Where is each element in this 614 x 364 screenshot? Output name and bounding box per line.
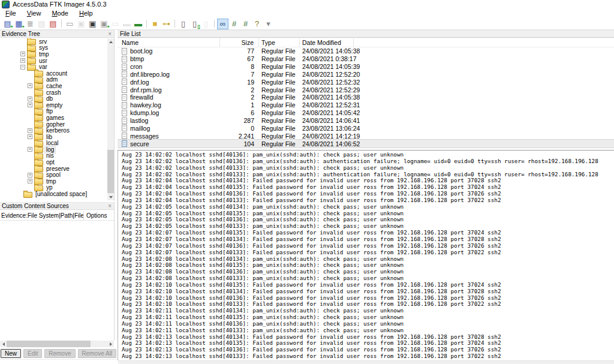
tree-item[interactable]: local: [0, 140, 108, 147]
kdump.log[interactable]: kdump.log 6 Regular File 24/08/2021 14:0…: [118, 109, 614, 117]
tree-expander-icon[interactable]: [28, 128, 32, 133]
column-header-date-modified[interactable]: Date Modified: [300, 38, 354, 47]
menu-item[interactable]: File: [0, 9, 22, 18]
tree-item[interactable]: lib: [0, 134, 108, 140]
tree-item[interactable]: sys: [0, 45, 108, 52]
menu-item[interactable]: Mode: [46, 9, 74, 18]
scrollbar-thumb[interactable]: [107, 150, 114, 193]
export-disk-image-icon[interactable]: ▣: [88, 19, 98, 29]
tree-item[interactable]: account: [0, 70, 108, 77]
tree-expander-icon[interactable]: [28, 103, 32, 107]
custom-content-button[interactable]: New: [1, 349, 21, 358]
tree-item[interactable]: nis: [0, 153, 108, 160]
tree-expander-icon[interactable]: [20, 65, 25, 70]
copy-document-icon[interactable]: ▯▯: [189, 19, 200, 29]
tree-expander-icon[interactable]: [28, 147, 32, 152]
file-content-viewer[interactable]: Aug 23 14:02:02 localhost sshd[40136]: p…: [118, 150, 614, 360]
tree-item[interactable]: usr: [0, 58, 108, 64]
toolbar-icon[interactable]: [61, 20, 62, 28]
boot.log[interactable]: boot.log 77 Regular File 24/08/2021 14:0…: [118, 47, 614, 55]
viewer-horizontal-scrollbar[interactable]: [118, 360, 614, 364]
toolbar-icon[interactable]: [146, 20, 147, 28]
scroll-left-icon[interactable]: [0, 341, 7, 347]
scroll-right-icon[interactable]: [107, 341, 114, 347]
verify-image-icon[interactable]: ▭: [110, 19, 121, 29]
tree-item[interactable]: kerberos: [0, 127, 108, 134]
capture-memory-icon[interactable]: ▬: [133, 19, 143, 29]
new-document-icon[interactable]: ▯: [178, 19, 188, 29]
menu-item[interactable]: View: [22, 9, 47, 18]
tree-item[interactable]: cache: [0, 83, 108, 89]
tree-item[interactable]: crash: [0, 89, 108, 96]
tree-expander-icon[interactable]: [28, 179, 32, 183]
add-image-icon[interactable]: ▣+: [99, 19, 109, 29]
print-document-icon[interactable]: ▯: [201, 19, 211, 29]
image-mounting-icon[interactable]: ≣: [25, 19, 35, 29]
remove-all-evidence-items-icon[interactable]: ▤: [48, 19, 58, 29]
btmp[interactable]: btmp 67 Regular File 24/08/2021 0:38:17: [118, 55, 614, 63]
save-icon[interactable]: ▣: [76, 19, 86, 29]
auto-view-binoculars-icon[interactable]: ∞: [218, 19, 228, 29]
tree-item[interactable]: tmp: [0, 178, 108, 185]
secure[interactable]: secure 104 Regular File 24/08/2021 14:06…: [118, 140, 614, 148]
tree-item[interactable]: db: [0, 95, 108, 102]
tree-item[interactable]: adm: [0, 77, 108, 83]
tree-item[interactable]: opt: [0, 159, 108, 166]
tree-item[interactable]: spool: [0, 172, 108, 178]
messages[interactable]: messages 2.241 Regular File 24/08/2021 1…: [118, 132, 614, 140]
tree-expander-icon[interactable]: [28, 83, 32, 88]
tree-expander-icon[interactable]: [28, 134, 32, 139]
evidence-path-column-header[interactable]: Evidence:File System|Path|File: [0, 211, 84, 220]
tree-item[interactable]: preserve: [0, 166, 108, 172]
column-header-type[interactable]: Type: [259, 38, 300, 47]
firewalld[interactable]: firewalld 2 Regular File 24/08/2021 14:0…: [118, 94, 614, 101]
hex-view-icon[interactable]: #: [240, 19, 251, 29]
obtain-protected-files-icon[interactable]: ■: [150, 19, 160, 29]
tree-item[interactable]: tmp: [0, 51, 108, 58]
tree-item[interactable]: empty: [0, 102, 108, 109]
tree-item[interactable]: gopher: [0, 121, 108, 128]
options-column-header[interactable]: Options: [84, 212, 114, 219]
custom-content-button[interactable]: Remove: [44, 349, 75, 358]
remove-evidence-item-icon[interactable]: ▤: [37, 19, 47, 29]
scroll-down-icon[interactable]: [107, 194, 114, 200]
maillog[interactable]: maillog 0 Regular File 23/08/2021 13:06:…: [118, 124, 614, 132]
custom-content-button[interactable]: Remove All: [78, 349, 117, 358]
menu-item[interactable]: Help: [74, 9, 98, 18]
custom-content-horizontal-scrollbar[interactable]: [0, 341, 114, 347]
toolbar-icon[interactable]: [214, 20, 215, 28]
tree-item[interactable]: yp: [0, 185, 108, 191]
tree-item[interactable]: [unallocated space]: [0, 191, 108, 197]
close-icon[interactable]: ×: [106, 203, 114, 209]
toolbar-overflow-icon[interactable]: ▾: [263, 19, 273, 29]
tree-item[interactable]: games: [0, 115, 108, 121]
close-icon[interactable]: ×: [106, 31, 114, 37]
tree-item[interactable]: var: [0, 64, 108, 70]
evidence-tree[interactable]: srv sys tmp usr: [0, 38, 108, 200]
help-icon[interactable]: ?: [252, 19, 262, 29]
dnf.rpm.log[interactable]: dnf.rpm.log 2 Regular File 24/08/2021 12…: [118, 86, 614, 94]
tree-expander-icon[interactable]: [28, 173, 32, 178]
column-header-size[interactable]: Size: [220, 38, 259, 47]
app-icon[interactable]: [2, 1, 10, 8]
cron[interactable]: cron 8 Regular File 24/08/2021 14:05:39: [118, 63, 614, 71]
open-folder-icon[interactable]: ▭: [65, 19, 75, 29]
tree-item[interactable]: ftp: [0, 109, 108, 115]
scrollbar-thumb[interactable]: [7, 341, 91, 347]
dnf.log[interactable]: dnf.log 19 Regular File 24/08/2021 12:52…: [118, 78, 614, 86]
toolbar-icon[interactable]: [174, 20, 175, 28]
tree-expander-icon[interactable]: [28, 97, 32, 101]
lastlog[interactable]: lastlog 287 Regular File 24/08/2021 14:0…: [118, 117, 614, 125]
eject-device-icon[interactable]: ▬: [122, 19, 132, 29]
add-all-attached-devices-icon[interactable]: ▦+: [14, 19, 24, 29]
tree-expander-icon[interactable]: [20, 58, 25, 63]
tree-item[interactable]: log: [0, 146, 108, 153]
text-view-icon[interactable]: #: [229, 19, 239, 29]
scroll-up-icon[interactable]: [107, 38, 114, 45]
tree-expander-icon[interactable]: [20, 52, 25, 56]
column-header-name[interactable]: Name: [118, 38, 220, 47]
add-evidence-item-icon[interactable]: ▤+: [2, 19, 13, 29]
detect-efs-encryption-icon[interactable]: ⊶: [161, 19, 171, 29]
dnf.librepo.log[interactable]: dnf.librepo.log 7 Regular File 24/08/202…: [118, 71, 614, 79]
tree-item[interactable]: srv: [0, 38, 108, 45]
